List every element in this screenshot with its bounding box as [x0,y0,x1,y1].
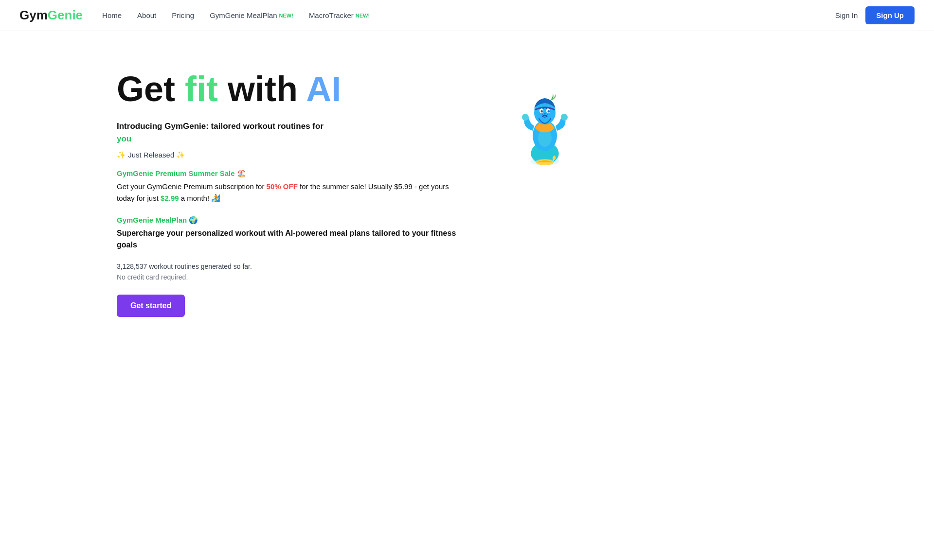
just-released: ✨ Just Released ✨ [117,151,467,159]
sale-desc-3: a month! 🏄 [179,194,221,202]
nav-mealplan-label: GymGenie MealPlan [210,11,277,19]
logo-gym: Gym [19,8,48,22]
sale-desc: Get your GymGenie Premium subscription f… [117,181,467,204]
sign-up-button[interactable]: Sign Up [865,6,915,24]
nav-macrotracker-label: MacroTracker [309,11,354,19]
navbar: GymGenie Home About Pricing GymGenie Mea… [0,0,934,31]
get-started-button[interactable]: Get started [117,295,185,317]
mealplan-section: GymGenie MealPlan 🌍 Supercharge your per… [117,216,467,251]
nav-macrotracker-badge: NEW! [356,13,370,18]
sale-title: GymGenie Premium Summer Sale 🏖️ [117,169,467,178]
nav-mealplan[interactable]: GymGenie MealPlan NEW! [210,11,293,19]
svg-point-11 [542,110,543,111]
title-get: Get [117,70,185,108]
subtitle-you: you [117,134,131,143]
title-with: with [218,70,306,108]
genie-illustration [506,89,584,167]
svg-point-4 [561,114,568,121]
title-ai: AI [306,70,341,108]
nav-home[interactable]: Home [102,11,122,19]
logo[interactable]: GymGenie [19,8,83,23]
nav-links: Home About Pricing GymGenie MealPlan NEW… [102,11,835,19]
stats: 3,128,537 workout routines generated so … [117,262,467,270]
subtitle-line1: Introducing GymGenie: tailored workout r… [117,122,323,131]
nav-macrotracker[interactable]: MacroTracker NEW! [309,11,370,19]
nav-about[interactable]: About [137,11,156,19]
nav-pricing[interactable]: Pricing [172,11,194,19]
svg-point-12 [549,110,550,111]
sale-green: $2.99 [161,194,179,202]
no-credit: No credit card required. [117,273,467,281]
hero-subtitle: Introducing GymGenie: tailored workout r… [117,120,467,145]
hero-image [506,70,584,167]
sale-desc-1: Get your GymGenie Premium subscription f… [117,182,267,191]
sign-in-button[interactable]: Sign In [835,11,858,19]
hero-section: Get fit with AI Introducing GymGenie: ta… [0,31,934,356]
nav-mealplan-badge: NEW! [279,13,293,18]
hero-title: Get fit with AI [117,70,467,108]
svg-point-3 [522,114,529,121]
svg-point-9 [541,110,543,113]
nav-right: Sign In Sign Up [835,6,915,24]
mealplan-desc: Supercharge your personalized workout wi… [117,228,467,251]
mealplan-title: GymGenie MealPlan 🌍 [117,216,467,225]
svg-point-10 [548,110,550,113]
logo-genie: Genie [48,8,83,22]
hero-content: Get fit with AI Introducing GymGenie: ta… [117,70,467,317]
title-fit: fit [185,70,218,108]
sale-section: GymGenie Premium Summer Sale 🏖️ Get your… [117,169,467,204]
svg-point-13 [544,113,546,115]
sale-red: 50% OFF [267,182,298,191]
